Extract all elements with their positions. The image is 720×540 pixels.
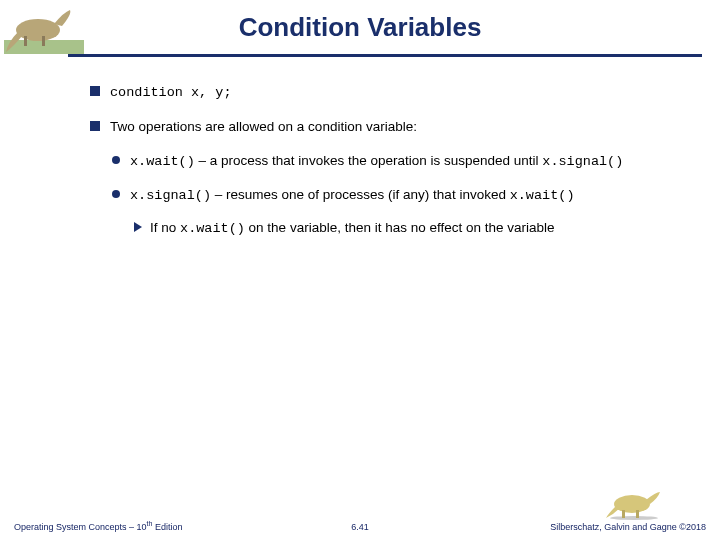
- title-underline: [68, 54, 702, 57]
- footer-slide-number: 6.41: [351, 522, 369, 532]
- bullet-two-ops: Two operations are allowed on a conditio…: [90, 118, 680, 136]
- text-signal-desc: – resumes one of processes (if any) that…: [211, 187, 510, 202]
- svg-rect-3: [42, 36, 45, 46]
- slide-body: condition x, y; Two operations are allow…: [0, 65, 720, 238]
- footer-copyright: Silberschatz, Galvin and Gagne ©2018: [550, 522, 706, 532]
- bullet-wait: x.wait() – a process that invokes the op…: [112, 152, 680, 171]
- text-ifno-pre: If no: [150, 220, 180, 235]
- code-wait: x.wait(): [130, 154, 195, 169]
- svg-rect-2: [24, 36, 27, 46]
- code-signal-ref: x.signal(): [542, 154, 623, 169]
- code-wait-ref2: x.wait(): [180, 221, 245, 236]
- bullet-signal: x.signal() – resumes one of processes (i…: [112, 186, 680, 205]
- code-decl: condition x, y;: [110, 85, 232, 100]
- svg-point-1: [16, 19, 60, 41]
- dinosaur-top-image: [4, 2, 84, 54]
- slide-footer: Operating System Concepts – 10th Edition…: [0, 510, 720, 534]
- footer-book-title: Operating System Concepts – 10th Edition: [14, 520, 182, 532]
- code-signal: x.signal(): [130, 188, 211, 203]
- text-ifno-post: on the variable, then it has no effect o…: [245, 220, 555, 235]
- text-wait-desc: – a process that invokes the operation i…: [195, 153, 542, 168]
- bullet-condition-decl: condition x, y;: [90, 83, 680, 102]
- code-wait-ref: x.wait(): [510, 188, 575, 203]
- bullet-no-wait: If no x.wait() on the variable, then it …: [134, 219, 680, 238]
- slide-title: Condition Variables: [0, 12, 720, 43]
